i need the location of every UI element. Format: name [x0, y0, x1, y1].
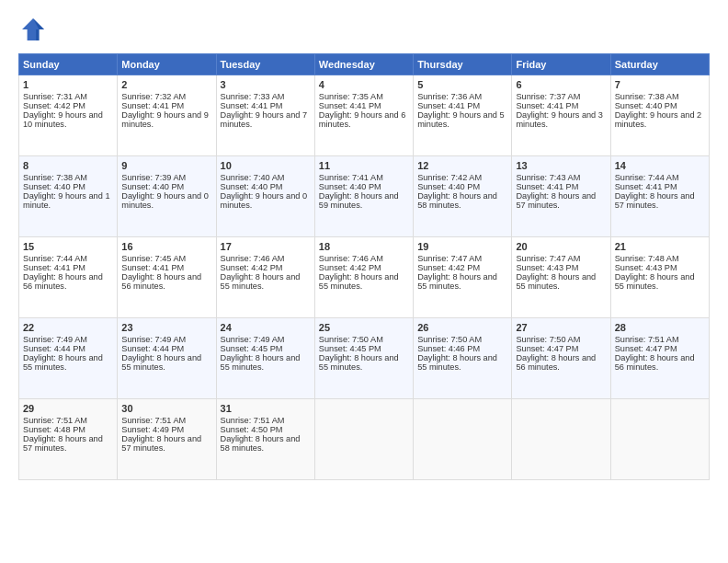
sunrise: Sunrise: 7:46 AM — [319, 254, 383, 263]
day-number: 17 — [221, 241, 311, 252]
calendar-cell: 19Sunrise: 7:47 AMSunset: 4:42 PMDayligh… — [414, 237, 512, 318]
day-number: 24 — [221, 322, 311, 333]
col-header-sunday: Sunday — [19, 54, 118, 75]
daylight: Daylight: 9 hours and 7 minutes. — [221, 110, 308, 129]
daylight: Daylight: 9 hours and 9 minutes. — [121, 110, 209, 129]
day-number: 31 — [221, 403, 311, 414]
day-number: 2 — [121, 79, 211, 90]
day-number: 10 — [221, 160, 311, 171]
col-header-tuesday: Tuesday — [216, 54, 314, 75]
day-number: 21 — [615, 241, 705, 252]
sunrise: Sunrise: 7:38 AM — [615, 92, 679, 101]
day-number: 4 — [319, 79, 409, 90]
sunrise: Sunrise: 7:35 AM — [319, 92, 383, 101]
col-header-thursday: Thursday — [414, 54, 512, 75]
sunrise: Sunrise: 7:51 AM — [221, 416, 285, 425]
daylight: Daylight: 8 hours and 56 minutes. — [23, 272, 103, 291]
header — [18, 15, 710, 44]
day-number: 25 — [319, 322, 409, 333]
day-number: 12 — [417, 160, 507, 171]
daylight: Daylight: 8 hours and 55 minutes. — [23, 353, 103, 372]
sunrise: Sunrise: 7:38 AM — [23, 173, 87, 182]
sunrise: Sunrise: 7:50 AM — [319, 335, 383, 344]
calendar-cell — [414, 399, 512, 480]
sunset: Sunset: 4:47 PM — [615, 344, 677, 353]
daylight: Daylight: 8 hours and 55 minutes. — [121, 353, 201, 372]
day-number: 14 — [615, 160, 705, 171]
day-number: 9 — [121, 160, 211, 171]
day-number: 6 — [516, 79, 606, 90]
calendar-cell: 12Sunrise: 7:42 AMSunset: 4:40 PMDayligh… — [414, 156, 512, 237]
sunset: Sunset: 4:46 PM — [417, 344, 480, 353]
daylight: Daylight: 8 hours and 57 minutes. — [121, 434, 201, 453]
calendar-cell: 27Sunrise: 7:50 AMSunset: 4:47 PMDayligh… — [512, 318, 610, 399]
day-number: 20 — [516, 241, 606, 252]
day-number: 16 — [121, 241, 211, 252]
sunrise: Sunrise: 7:47 AM — [516, 254, 580, 263]
calendar-cell: 13Sunrise: 7:43 AMSunset: 4:41 PMDayligh… — [512, 156, 610, 237]
daylight: Daylight: 9 hours and 6 minutes. — [319, 110, 406, 129]
week-row-3: 15Sunrise: 7:44 AMSunset: 4:41 PMDayligh… — [19, 237, 710, 318]
sunset: Sunset: 4:47 PM — [516, 344, 578, 353]
sunset: Sunset: 4:41 PM — [221, 101, 283, 110]
daylight: Daylight: 8 hours and 58 minutes. — [417, 191, 497, 210]
day-number: 29 — [23, 403, 113, 414]
day-number: 27 — [516, 322, 606, 333]
sunset: Sunset: 4:41 PM — [516, 182, 578, 191]
calendar-cell: 21Sunrise: 7:48 AMSunset: 4:43 PMDayligh… — [610, 237, 709, 318]
sunrise: Sunrise: 7:46 AM — [221, 254, 285, 263]
calendar-cell: 6Sunrise: 7:37 AMSunset: 4:41 PMDaylight… — [512, 75, 610, 156]
calendar-cell: 5Sunrise: 7:36 AMSunset: 4:41 PMDaylight… — [414, 75, 512, 156]
daylight: Daylight: 8 hours and 58 minutes. — [221, 434, 301, 453]
logo-icon — [18, 15, 48, 44]
calendar-cell: 29Sunrise: 7:51 AMSunset: 4:48 PMDayligh… — [19, 399, 118, 480]
sunset: Sunset: 4:41 PM — [417, 101, 480, 110]
daylight: Daylight: 8 hours and 55 minutes. — [319, 353, 399, 372]
sunrise: Sunrise: 7:51 AM — [23, 416, 87, 425]
sunset: Sunset: 4:42 PM — [221, 263, 283, 272]
daylight: Daylight: 8 hours and 56 minutes. — [121, 272, 201, 291]
week-row-1: 1Sunrise: 7:31 AMSunset: 4:42 PMDaylight… — [19, 75, 710, 156]
sunset: Sunset: 4:44 PM — [23, 344, 85, 353]
calendar-cell: 10Sunrise: 7:40 AMSunset: 4:40 PMDayligh… — [216, 156, 314, 237]
sunset: Sunset: 4:43 PM — [516, 263, 578, 272]
daylight: Daylight: 9 hours and 0 minutes. — [221, 191, 308, 210]
sunrise: Sunrise: 7:45 AM — [121, 254, 186, 263]
calendar-cell — [512, 399, 610, 480]
sunset: Sunset: 4:41 PM — [319, 101, 381, 110]
calendar-cell: 31Sunrise: 7:51 AMSunset: 4:50 PMDayligh… — [216, 399, 314, 480]
calendar-cell: 15Sunrise: 7:44 AMSunset: 4:41 PMDayligh… — [19, 237, 118, 318]
col-header-wednesday: Wednesday — [314, 54, 413, 75]
day-number: 13 — [516, 160, 606, 171]
calendar-cell: 20Sunrise: 7:47 AMSunset: 4:43 PMDayligh… — [512, 237, 610, 318]
sunrise: Sunrise: 7:49 AM — [23, 335, 87, 344]
day-number: 1 — [23, 79, 113, 90]
daylight: Daylight: 8 hours and 55 minutes. — [615, 272, 695, 291]
sunrise: Sunrise: 7:31 AM — [23, 92, 87, 101]
sunrise: Sunrise: 7:40 AM — [221, 173, 285, 182]
sunset: Sunset: 4:42 PM — [417, 263, 480, 272]
day-number: 7 — [615, 79, 705, 90]
sunset: Sunset: 4:45 PM — [319, 344, 381, 353]
col-header-monday: Monday — [118, 54, 216, 75]
daylight: Daylight: 8 hours and 59 minutes. — [319, 191, 399, 210]
calendar-cell: 26Sunrise: 7:50 AMSunset: 4:46 PMDayligh… — [414, 318, 512, 399]
col-header-saturday: Saturday — [610, 54, 709, 75]
calendar-cell: 14Sunrise: 7:44 AMSunset: 4:41 PMDayligh… — [610, 156, 709, 237]
day-number: 18 — [319, 241, 409, 252]
daylight: Daylight: 8 hours and 56 minutes. — [516, 353, 596, 372]
sunset: Sunset: 4:49 PM — [121, 425, 184, 434]
sunrise: Sunrise: 7:50 AM — [516, 335, 580, 344]
sunrise: Sunrise: 7:51 AM — [615, 335, 679, 344]
sunrise: Sunrise: 7:49 AM — [221, 335, 285, 344]
daylight: Daylight: 8 hours and 57 minutes. — [615, 191, 695, 210]
sunset: Sunset: 4:41 PM — [121, 101, 184, 110]
day-number: 28 — [615, 322, 705, 333]
sunset: Sunset: 4:42 PM — [319, 263, 381, 272]
calendar-cell: 24Sunrise: 7:49 AMSunset: 4:45 PMDayligh… — [216, 318, 314, 399]
daylight: Daylight: 9 hours and 1 minute. — [23, 191, 110, 210]
sunrise: Sunrise: 7:42 AM — [417, 173, 482, 182]
calendar-cell: 1Sunrise: 7:31 AMSunset: 4:42 PMDaylight… — [19, 75, 118, 156]
daylight: Daylight: 8 hours and 57 minutes. — [516, 191, 596, 210]
calendar-cell: 8Sunrise: 7:38 AMSunset: 4:40 PMDaylight… — [19, 156, 118, 237]
